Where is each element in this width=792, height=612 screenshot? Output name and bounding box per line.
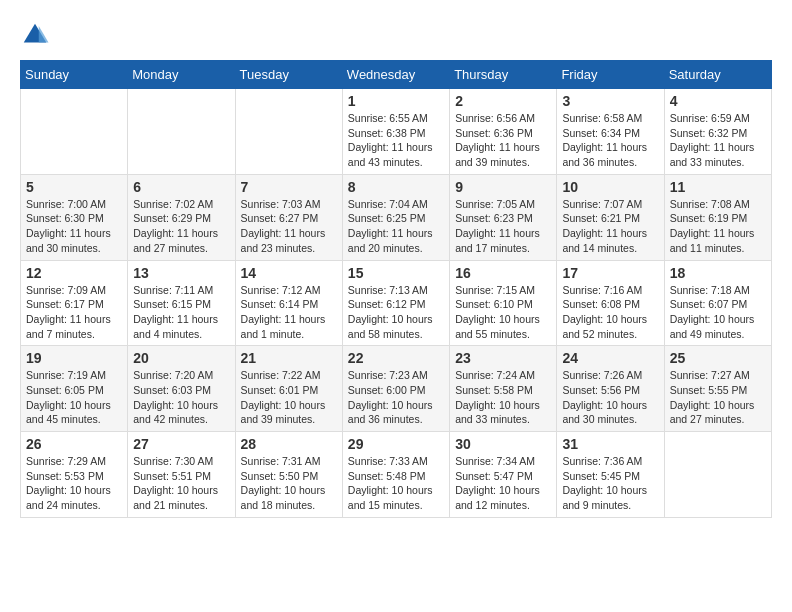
calendar-cell: 4Sunrise: 6:59 AM Sunset: 6:32 PM Daylig… xyxy=(664,89,771,175)
day-info: Sunrise: 7:15 AM Sunset: 6:10 PM Dayligh… xyxy=(455,283,551,342)
day-number: 25 xyxy=(670,350,766,366)
calendar-cell: 7Sunrise: 7:03 AM Sunset: 6:27 PM Daylig… xyxy=(235,174,342,260)
weekday-header-row: SundayMondayTuesdayWednesdayThursdayFrid… xyxy=(21,61,772,89)
day-info: Sunrise: 7:22 AM Sunset: 6:01 PM Dayligh… xyxy=(241,368,337,427)
day-info: Sunrise: 7:05 AM Sunset: 6:23 PM Dayligh… xyxy=(455,197,551,256)
day-number: 8 xyxy=(348,179,444,195)
calendar-week-row: 5Sunrise: 7:00 AM Sunset: 6:30 PM Daylig… xyxy=(21,174,772,260)
day-info: Sunrise: 7:33 AM Sunset: 5:48 PM Dayligh… xyxy=(348,454,444,513)
calendar-cell: 21Sunrise: 7:22 AM Sunset: 6:01 PM Dayli… xyxy=(235,346,342,432)
calendar-week-row: 12Sunrise: 7:09 AM Sunset: 6:17 PM Dayli… xyxy=(21,260,772,346)
day-number: 27 xyxy=(133,436,229,452)
weekday-header: Friday xyxy=(557,61,664,89)
logo-icon xyxy=(20,20,50,50)
calendar-cell: 1Sunrise: 6:55 AM Sunset: 6:38 PM Daylig… xyxy=(342,89,449,175)
day-number: 29 xyxy=(348,436,444,452)
weekday-header: Saturday xyxy=(664,61,771,89)
weekday-header: Monday xyxy=(128,61,235,89)
day-info: Sunrise: 7:07 AM Sunset: 6:21 PM Dayligh… xyxy=(562,197,658,256)
calendar-cell: 15Sunrise: 7:13 AM Sunset: 6:12 PM Dayli… xyxy=(342,260,449,346)
calendar-cell: 30Sunrise: 7:34 AM Sunset: 5:47 PM Dayli… xyxy=(450,432,557,518)
day-number: 4 xyxy=(670,93,766,109)
day-number: 24 xyxy=(562,350,658,366)
calendar-cell: 11Sunrise: 7:08 AM Sunset: 6:19 PM Dayli… xyxy=(664,174,771,260)
day-info: Sunrise: 7:09 AM Sunset: 6:17 PM Dayligh… xyxy=(26,283,122,342)
day-number: 26 xyxy=(26,436,122,452)
day-number: 20 xyxy=(133,350,229,366)
day-info: Sunrise: 7:19 AM Sunset: 6:05 PM Dayligh… xyxy=(26,368,122,427)
calendar-week-row: 1Sunrise: 6:55 AM Sunset: 6:38 PM Daylig… xyxy=(21,89,772,175)
calendar-cell: 6Sunrise: 7:02 AM Sunset: 6:29 PM Daylig… xyxy=(128,174,235,260)
calendar-week-row: 26Sunrise: 7:29 AM Sunset: 5:53 PM Dayli… xyxy=(21,432,772,518)
day-info: Sunrise: 6:56 AM Sunset: 6:36 PM Dayligh… xyxy=(455,111,551,170)
day-number: 15 xyxy=(348,265,444,281)
calendar-cell: 13Sunrise: 7:11 AM Sunset: 6:15 PM Dayli… xyxy=(128,260,235,346)
day-number: 7 xyxy=(241,179,337,195)
calendar-cell: 17Sunrise: 7:16 AM Sunset: 6:08 PM Dayli… xyxy=(557,260,664,346)
calendar-cell: 8Sunrise: 7:04 AM Sunset: 6:25 PM Daylig… xyxy=(342,174,449,260)
day-info: Sunrise: 7:31 AM Sunset: 5:50 PM Dayligh… xyxy=(241,454,337,513)
day-number: 3 xyxy=(562,93,658,109)
day-info: Sunrise: 7:03 AM Sunset: 6:27 PM Dayligh… xyxy=(241,197,337,256)
calendar-cell: 20Sunrise: 7:20 AM Sunset: 6:03 PM Dayli… xyxy=(128,346,235,432)
calendar-cell: 25Sunrise: 7:27 AM Sunset: 5:55 PM Dayli… xyxy=(664,346,771,432)
day-number: 23 xyxy=(455,350,551,366)
weekday-header: Tuesday xyxy=(235,61,342,89)
day-info: Sunrise: 7:00 AM Sunset: 6:30 PM Dayligh… xyxy=(26,197,122,256)
calendar-cell xyxy=(128,89,235,175)
day-info: Sunrise: 7:12 AM Sunset: 6:14 PM Dayligh… xyxy=(241,283,337,342)
calendar-cell: 5Sunrise: 7:00 AM Sunset: 6:30 PM Daylig… xyxy=(21,174,128,260)
calendar-cell: 3Sunrise: 6:58 AM Sunset: 6:34 PM Daylig… xyxy=(557,89,664,175)
calendar-cell: 2Sunrise: 6:56 AM Sunset: 6:36 PM Daylig… xyxy=(450,89,557,175)
calendar-cell: 10Sunrise: 7:07 AM Sunset: 6:21 PM Dayli… xyxy=(557,174,664,260)
day-info: Sunrise: 6:59 AM Sunset: 6:32 PM Dayligh… xyxy=(670,111,766,170)
day-info: Sunrise: 7:29 AM Sunset: 5:53 PM Dayligh… xyxy=(26,454,122,513)
calendar-cell: 14Sunrise: 7:12 AM Sunset: 6:14 PM Dayli… xyxy=(235,260,342,346)
calendar-cell: 24Sunrise: 7:26 AM Sunset: 5:56 PM Dayli… xyxy=(557,346,664,432)
day-info: Sunrise: 7:23 AM Sunset: 6:00 PM Dayligh… xyxy=(348,368,444,427)
day-number: 1 xyxy=(348,93,444,109)
day-info: Sunrise: 7:08 AM Sunset: 6:19 PM Dayligh… xyxy=(670,197,766,256)
calendar-cell: 27Sunrise: 7:30 AM Sunset: 5:51 PM Dayli… xyxy=(128,432,235,518)
day-info: Sunrise: 7:18 AM Sunset: 6:07 PM Dayligh… xyxy=(670,283,766,342)
day-number: 12 xyxy=(26,265,122,281)
calendar-cell: 18Sunrise: 7:18 AM Sunset: 6:07 PM Dayli… xyxy=(664,260,771,346)
calendar-cell: 23Sunrise: 7:24 AM Sunset: 5:58 PM Dayli… xyxy=(450,346,557,432)
calendar-week-row: 19Sunrise: 7:19 AM Sunset: 6:05 PM Dayli… xyxy=(21,346,772,432)
day-number: 31 xyxy=(562,436,658,452)
day-info: Sunrise: 7:04 AM Sunset: 6:25 PM Dayligh… xyxy=(348,197,444,256)
day-info: Sunrise: 7:30 AM Sunset: 5:51 PM Dayligh… xyxy=(133,454,229,513)
calendar-table: SundayMondayTuesdayWednesdayThursdayFrid… xyxy=(20,60,772,518)
day-number: 18 xyxy=(670,265,766,281)
day-info: Sunrise: 7:27 AM Sunset: 5:55 PM Dayligh… xyxy=(670,368,766,427)
day-info: Sunrise: 7:26 AM Sunset: 5:56 PM Dayligh… xyxy=(562,368,658,427)
day-number: 2 xyxy=(455,93,551,109)
day-info: Sunrise: 7:02 AM Sunset: 6:29 PM Dayligh… xyxy=(133,197,229,256)
svg-marker-1 xyxy=(39,26,49,43)
day-number: 10 xyxy=(562,179,658,195)
calendar-cell: 26Sunrise: 7:29 AM Sunset: 5:53 PM Dayli… xyxy=(21,432,128,518)
day-number: 28 xyxy=(241,436,337,452)
day-info: Sunrise: 7:16 AM Sunset: 6:08 PM Dayligh… xyxy=(562,283,658,342)
day-info: Sunrise: 7:24 AM Sunset: 5:58 PM Dayligh… xyxy=(455,368,551,427)
day-number: 5 xyxy=(26,179,122,195)
calendar-cell: 28Sunrise: 7:31 AM Sunset: 5:50 PM Dayli… xyxy=(235,432,342,518)
calendar-cell: 29Sunrise: 7:33 AM Sunset: 5:48 PM Dayli… xyxy=(342,432,449,518)
day-info: Sunrise: 6:55 AM Sunset: 6:38 PM Dayligh… xyxy=(348,111,444,170)
day-number: 17 xyxy=(562,265,658,281)
weekday-header: Sunday xyxy=(21,61,128,89)
calendar-cell xyxy=(235,89,342,175)
day-number: 22 xyxy=(348,350,444,366)
weekday-header: Thursday xyxy=(450,61,557,89)
day-number: 19 xyxy=(26,350,122,366)
calendar-cell xyxy=(664,432,771,518)
calendar-cell: 16Sunrise: 7:15 AM Sunset: 6:10 PM Dayli… xyxy=(450,260,557,346)
weekday-header: Wednesday xyxy=(342,61,449,89)
day-info: Sunrise: 7:13 AM Sunset: 6:12 PM Dayligh… xyxy=(348,283,444,342)
page-header xyxy=(20,20,772,50)
calendar-cell: 22Sunrise: 7:23 AM Sunset: 6:00 PM Dayli… xyxy=(342,346,449,432)
day-number: 21 xyxy=(241,350,337,366)
day-number: 9 xyxy=(455,179,551,195)
day-number: 30 xyxy=(455,436,551,452)
day-number: 16 xyxy=(455,265,551,281)
